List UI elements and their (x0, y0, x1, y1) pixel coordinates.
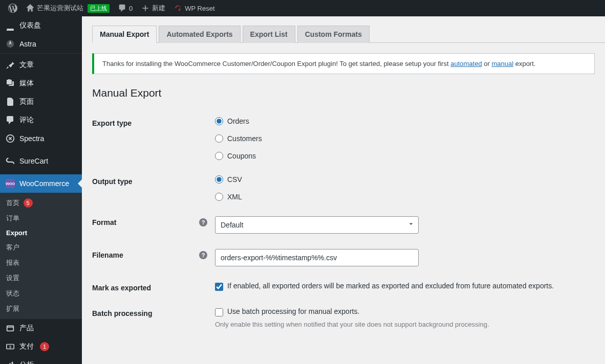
tab-manual-export[interactable]: Manual Export (92, 26, 157, 43)
notice-link-automated[interactable]: automated (450, 60, 482, 67)
sidebar-label: 仪表盘 (19, 21, 41, 30)
media-icon (5, 78, 15, 88)
page-icon (5, 97, 15, 107)
sidebar-item-astra[interactable]: Astra (0, 35, 82, 53)
analytics-icon (5, 360, 15, 364)
sidebar-label: 支付 (19, 342, 34, 351)
sidebar-item-analytics[interactable]: 分析 (0, 356, 82, 364)
export-type-coupons[interactable]: Coupons (215, 152, 604, 160)
products-icon (5, 323, 15, 333)
filename-input[interactable] (215, 249, 419, 266)
sidebar-item-payments[interactable]: $ 支付 1 (0, 337, 82, 356)
mark-exported-checkbox[interactable] (215, 283, 223, 291)
sidebar-subitem-reports[interactable]: 报表 (0, 255, 82, 270)
export-type-orders-radio[interactable] (215, 117, 223, 125)
admin-bar-site[interactable]: 芒果运营测试站 已上线 (21, 0, 114, 16)
site-status-badge: 已上线 (88, 4, 110, 13)
output-type-xml[interactable]: XML (215, 193, 604, 201)
wp-reset-label: WP Reset (185, 5, 214, 12)
export-type-customers[interactable]: Customers (215, 134, 604, 143)
export-type-label: Export type (92, 117, 215, 127)
payments-icon: $ (5, 342, 15, 352)
wordpress-logo-icon (8, 4, 17, 13)
admin-bar-wp-logo[interactable] (4, 0, 21, 16)
export-type-customers-radio[interactable] (215, 134, 223, 143)
mark-exported-text: If enabled, all exported orders will be … (227, 282, 554, 290)
notice-link-manual[interactable]: manual (491, 60, 513, 67)
plus-icon (141, 4, 150, 13)
sidebar-label: WooCommerce (19, 179, 69, 188)
sidebar-label: 页面 (19, 97, 34, 106)
output-type-csv[interactable]: CSV (215, 175, 604, 184)
export-type-coupons-radio[interactable] (215, 152, 223, 160)
new-label: 新建 (152, 4, 165, 13)
sidebar-item-woocommerce[interactable]: woo WooCommerce (0, 174, 82, 193)
output-type-xml-radio[interactable] (215, 193, 223, 201)
svg-rect-7 (12, 362, 13, 364)
sidebar-item-posts[interactable]: 文章 (0, 56, 82, 74)
sidebar-item-dashboard[interactable]: 仪表盘 (0, 16, 82, 35)
sidebar-submenu: 首页 5 订单 Export 客户 报表 设置 状态 扩展 (0, 193, 82, 319)
woocommerce-icon: woo (5, 178, 15, 189)
export-type-orders[interactable]: Orders (215, 117, 604, 125)
sidebar-label: SureCart (19, 157, 48, 165)
payments-badge: 1 (40, 342, 49, 351)
tab-export-list[interactable]: Export List (243, 26, 295, 43)
comments-icon (118, 4, 127, 13)
comment-icon (5, 115, 15, 125)
sidebar-label: 产品 (19, 324, 34, 333)
nav-tabs: Manual Export Automated Exports Export L… (92, 26, 605, 43)
main-content: Manual Export Automated Exports Export L… (82, 16, 605, 336)
surecart-icon (5, 156, 15, 166)
tab-custom-formats[interactable]: Custom Formats (297, 26, 370, 43)
sidebar-subitem-customers[interactable]: 客户 (0, 240, 82, 255)
notice-text: Thanks for installing the WooCommerce Cu… (102, 60, 450, 67)
pin-icon (5, 60, 15, 70)
page-title: Manual Export (92, 87, 605, 99)
batch-help-text: Only enable this setting when notified t… (215, 321, 604, 328)
sidebar-item-spectra[interactable]: Spectra (0, 129, 82, 148)
admin-bar: 芒果运营测试站 已上线 0 新建 WP Reset (0, 0, 605, 16)
admin-sidemenu: 仪表盘 Astra 文章 媒体 页面 评论 Spectra SureCart w… (0, 16, 82, 364)
sidebar-item-products[interactable]: 产品 (0, 319, 82, 337)
mark-exported-label: Mark as exported (92, 282, 215, 292)
format-label: Format (92, 218, 116, 226)
export-form: Export type Orders Customers Coupons Out… (92, 109, 604, 336)
sidebar-label: 媒体 (19, 79, 34, 88)
svg-rect-2 (7, 326, 14, 331)
admin-bar-new[interactable]: 新建 (137, 0, 169, 16)
format-select[interactable]: Default (215, 216, 419, 234)
filename-help-icon[interactable]: ? (199, 251, 207, 259)
sidebar-item-media[interactable]: 媒体 (0, 74, 82, 93)
home-icon (26, 4, 35, 13)
batch-text: Use batch processing for manual exports. (227, 307, 359, 315)
output-type-csv-radio[interactable] (215, 175, 223, 184)
mark-exported-checkbox-label[interactable]: If enabled, all exported orders will be … (215, 282, 604, 291)
batch-checkbox-label[interactable]: Use batch processing for manual exports. (215, 307, 604, 316)
format-help-icon[interactable]: ? (199, 218, 207, 226)
sidebar-label: 评论 (19, 116, 34, 125)
admin-bar-comments[interactable]: 0 (114, 0, 137, 16)
sidebar-subitem-orders[interactable]: 订单 (0, 211, 82, 226)
sidebar-label: 分析 (19, 360, 34, 364)
admin-bar-wp-reset[interactable]: WP Reset (169, 0, 219, 16)
sidebar-item-surecart[interactable]: SureCart (0, 152, 82, 170)
sidebar-subitem-export[interactable]: Export (0, 226, 82, 240)
sidebar-subitem-status[interactable]: 状态 (0, 286, 82, 301)
sidebar-item-pages[interactable]: 页面 (0, 93, 82, 111)
spectra-icon (5, 133, 15, 144)
astra-icon (5, 39, 15, 49)
setup-notice: Thanks for installing the WooCommerce Cu… (92, 53, 595, 74)
batch-checkbox[interactable] (215, 308, 223, 316)
sidebar-subitem-extensions[interactable]: 扩展 (0, 301, 82, 316)
sidebar-label: Spectra (19, 134, 44, 143)
site-name: 芒果运营测试站 (37, 4, 83, 13)
sidebar-subitem-home[interactable]: 首页 5 (0, 195, 82, 211)
sub-home-badge: 5 (24, 198, 33, 208)
sidebar-item-comments[interactable]: 评论 (0, 111, 82, 129)
sidebar-label: Astra (19, 40, 36, 48)
comments-count: 0 (129, 5, 133, 12)
tab-automated-exports[interactable]: Automated Exports (159, 26, 240, 43)
sidebar-subitem-settings[interactable]: 设置 (0, 270, 82, 286)
dashboard-icon (5, 20, 15, 31)
